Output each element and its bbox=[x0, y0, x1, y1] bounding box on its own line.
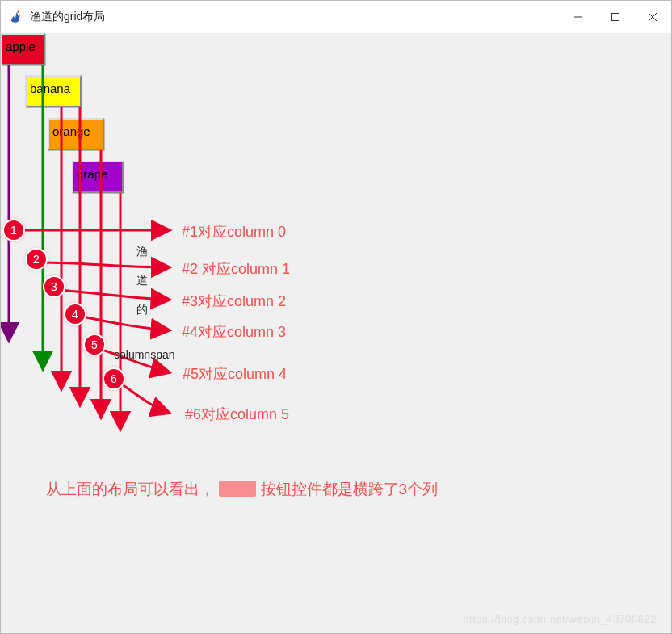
label-col0: #1对应column 0 bbox=[182, 222, 286, 241]
marker-3: 3 bbox=[44, 277, 64, 296]
title-bar-controls bbox=[560, 1, 671, 33]
button-orange[interactable]: orange bbox=[48, 118, 104, 150]
side-label-yu: 渔 bbox=[136, 245, 148, 259]
minimize-button[interactable] bbox=[560, 1, 597, 33]
footer-pre: 从上面的布局可以看出， bbox=[46, 481, 215, 498]
footer-text: 从上面的布局可以看出， 按钮控件都是横跨了3个列 bbox=[46, 479, 438, 500]
app-icon bbox=[9, 10, 23, 24]
window-title: 渔道的grid布局 bbox=[30, 10, 105, 24]
title-bar-left: 渔道的grid布局 bbox=[1, 10, 105, 24]
client-area: apple banana orange grape bbox=[1, 33, 671, 633]
side-label-dao: 道 bbox=[136, 274, 148, 288]
footer-post: 按钮控件都是横跨了3个列 bbox=[261, 481, 439, 498]
arrow-to-col5 bbox=[119, 382, 169, 413]
marker-4: 4 bbox=[65, 304, 85, 324]
arrow-to-col3 bbox=[78, 316, 169, 330]
close-button[interactable] bbox=[634, 1, 671, 33]
maximize-button[interactable] bbox=[597, 1, 634, 33]
label-col1: #2 对应column 1 bbox=[182, 259, 290, 279]
marker-5: 5 bbox=[85, 335, 104, 355]
marker-2: 2 bbox=[27, 250, 46, 269]
label-col3: #4对应column 3 bbox=[182, 322, 286, 342]
svg-rect-1 bbox=[612, 14, 620, 21]
svg-rect-0 bbox=[18, 11, 19, 13]
label-col5: #6对应column 5 bbox=[185, 405, 289, 424]
marker-1: 1 bbox=[4, 220, 23, 240]
label-col4: #5对应column 4 bbox=[183, 364, 287, 384]
window-frame: 渔道的grid布局 apple banana orange grape bbox=[0, 0, 672, 634]
watermark: https://blog.csdn.net/weixin_43708622 bbox=[463, 613, 657, 625]
button-apple[interactable]: apple bbox=[1, 33, 45, 65]
marker-6: 6 bbox=[104, 369, 124, 388]
footer-redacted bbox=[219, 481, 256, 497]
label-col2: #3对应column 2 bbox=[182, 292, 286, 311]
side-label-de: 的 bbox=[136, 303, 148, 317]
side-label-columnspan: columnspan bbox=[114, 348, 175, 361]
title-bar: 渔道的grid布局 bbox=[1, 1, 671, 34]
button-grape[interactable]: grape bbox=[72, 161, 124, 193]
button-banana[interactable]: banana bbox=[25, 75, 82, 107]
arrow-to-col2 bbox=[59, 290, 169, 300]
arrow-to-col1 bbox=[43, 262, 169, 267]
